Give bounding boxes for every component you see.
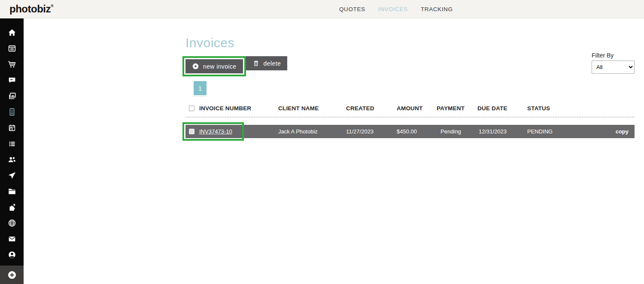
registered-mark: ®: [51, 4, 53, 8]
account-icon[interactable]: [0, 247, 24, 263]
top-bar: photobiz® QUOTES INVOICES TRACKING: [0, 0, 644, 18]
sidebar: $: [0, 18, 24, 284]
add-button[interactable]: [0, 266, 24, 284]
cell-client-name: Jack A Photobiz: [278, 128, 346, 135]
invoice-number-link[interactable]: INV37473-10: [199, 128, 232, 135]
delete-button[interactable]: delete: [246, 56, 288, 70]
cell-amount: $450.00: [397, 128, 437, 135]
cart-icon[interactable]: [0, 56, 24, 72]
header-payment: PAYMENT: [437, 105, 477, 112]
photos-icon[interactable]: [0, 88, 24, 104]
nav-quotes[interactable]: QUOTES: [339, 6, 365, 12]
new-invoice-button[interactable]: new invoice: [185, 59, 243, 73]
header-client-name: CLIENT NAME: [278, 105, 346, 112]
header-status: STATUS: [527, 105, 635, 112]
plus-circle-icon: [192, 63, 199, 70]
invoices-icon-active[interactable]: $: [0, 104, 24, 120]
nav-tracking[interactable]: TRACKING: [421, 6, 453, 12]
pagination: 1: [194, 81, 207, 97]
chat-icon[interactable]: [0, 72, 24, 88]
row-checkbox[interactable]: [189, 129, 194, 134]
header-due-date: DUE DATE: [477, 105, 527, 112]
pages-icon[interactable]: [0, 40, 24, 56]
toolbar: new invoice delete: [185, 56, 635, 76]
header-invoice-number: INVOICE NUMBER: [199, 105, 278, 112]
mail-icon[interactable]: [0, 231, 24, 247]
delete-label: delete: [264, 60, 281, 67]
header-amount: AMOUNT: [397, 105, 437, 112]
cell-payment: Pending: [437, 128, 477, 135]
cell-created: 11/27/2023: [346, 128, 397, 135]
trash-icon: [252, 60, 260, 67]
new-invoice-label: new invoice: [203, 63, 237, 70]
header-created: CREATED: [346, 105, 397, 112]
svg-text:$: $: [11, 109, 13, 112]
table-header-row: INVOICE NUMBER CLIENT NAME CREATED AMOUN…: [185, 102, 635, 114]
contacts-icon[interactable]: [0, 151, 24, 167]
website-icon[interactable]: [0, 215, 24, 231]
table-row: INV37473-10 Jack A Photobiz 11/27/2023 $…: [185, 125, 635, 138]
cell-status: PENDING: [527, 128, 616, 135]
nav-invoices[interactable]: INVOICES: [378, 6, 408, 12]
files-icon[interactable]: [0, 183, 24, 199]
list-icon[interactable]: [0, 136, 24, 151]
invoices-table: INVOICE NUMBER CLIENT NAME CREATED AMOUN…: [185, 102, 635, 138]
plus-circle-icon: [7, 270, 17, 280]
cell-due-date: 12/31/2023: [477, 128, 527, 135]
main-content: Filter By All Invoices new invoice delet…: [24, 18, 644, 284]
send-icon[interactable]: [0, 167, 24, 183]
home-icon[interactable]: [0, 24, 24, 40]
copy-link[interactable]: copy: [616, 128, 629, 135]
logo-text: photobiz: [9, 3, 51, 15]
photobiz-logo[interactable]: photobiz®: [9, 3, 53, 15]
scheduler-icon[interactable]: [0, 120, 24, 136]
page-title: Invoices: [185, 36, 635, 50]
integrations-icon[interactable]: [0, 199, 24, 215]
select-all-checkbox[interactable]: [189, 106, 194, 111]
page-number-1[interactable]: 1: [194, 81, 207, 95]
top-navigation: QUOTES INVOICES TRACKING: [339, 0, 453, 18]
highlight-box-new-invoice: new invoice: [182, 56, 246, 76]
header-separator: [185, 117, 635, 118]
